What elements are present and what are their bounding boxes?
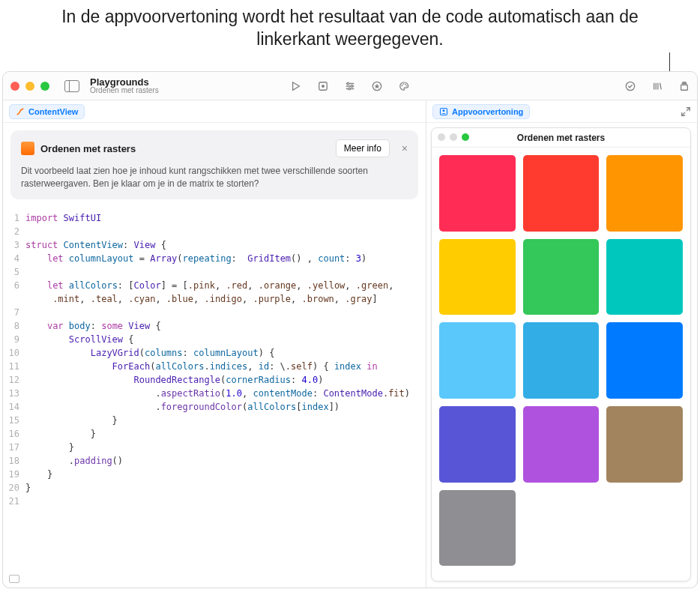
zoom-icon[interactable] — [40, 82, 49, 91]
svg-point-14 — [406, 85, 408, 86]
color-tile[interactable] — [439, 406, 516, 483]
color-tile[interactable] — [606, 406, 683, 483]
color-tile[interactable] — [606, 322, 683, 399]
palette-icon[interactable] — [399, 81, 409, 91]
svg-marker-10 — [375, 83, 380, 88]
minimize-icon[interactable] — [450, 133, 457, 141]
play-icon[interactable] — [291, 81, 301, 91]
title-stack: Playgrounds Ordenen met rasters — [90, 77, 159, 94]
sliders-icon[interactable] — [345, 81, 355, 91]
preview-titlebar: Ordenen met rasters — [432, 128, 690, 148]
preview-window-controls — [438, 133, 469, 141]
editor-tab-row: ContentView — [3, 100, 426, 123]
color-tile[interactable] — [523, 322, 600, 399]
tab-label: Appvoorvertoning — [452, 107, 523, 116]
window-subtitle: Ordenen met rasters — [90, 87, 159, 94]
library-icon[interactable] — [652, 81, 663, 91]
svg-marker-0 — [293, 82, 300, 90]
color-grid[interactable] — [439, 155, 683, 566]
tab-label: ContentView — [28, 107, 78, 116]
line-gutter: 1 2 3 4 5 6 7 8 9 10 11 12 13 14 15 16 1… — [3, 211, 25, 588]
color-tile[interactable] — [439, 155, 516, 232]
close-icon[interactable] — [10, 82, 19, 91]
code-content[interactable]: import SwiftUI struct ContentView: View … — [25, 211, 426, 588]
minimize-icon[interactable] — [25, 82, 34, 91]
star-circle-icon[interactable] — [372, 81, 382, 91]
color-tile[interactable] — [523, 406, 600, 483]
svg-point-7 — [351, 85, 353, 87]
more-info-button[interactable]: Meer info — [336, 139, 390, 157]
titlebar: Playgrounds Ordenen met rasters — [3, 72, 697, 100]
editor-pane: ContentView Ordenen met rasters Meer inf… — [3, 100, 426, 588]
toolbar-center — [291, 81, 409, 91]
banner-title: Ordenen met rasters — [40, 143, 136, 154]
stack-icon[interactable] — [679, 81, 690, 91]
color-tile[interactable] — [523, 155, 600, 232]
code-editor[interactable]: 1 2 3 4 5 6 7 8 9 10 11 12 13 14 15 16 1… — [3, 207, 426, 588]
check-circle-icon[interactable] — [625, 81, 636, 91]
close-icon[interactable]: × — [402, 142, 408, 154]
expand-icon[interactable] — [681, 106, 691, 117]
banner-description: Dit voorbeeld laat zien hoe je inhoud ku… — [21, 165, 408, 190]
window-controls — [10, 82, 49, 91]
color-tile[interactable] — [439, 239, 516, 315]
svg-point-11 — [402, 85, 403, 86]
toolbar-right — [625, 81, 690, 91]
color-tile[interactable] — [439, 490, 516, 567]
svg-point-13 — [405, 83, 406, 85]
preview-title: Ordenen met rasters — [517, 133, 605, 143]
svg-point-6 — [347, 82, 349, 85]
svg-point-2 — [322, 85, 325, 88]
color-tile[interactable] — [439, 322, 516, 399]
sidebar-toggle-icon[interactable] — [64, 80, 79, 92]
status-icon — [9, 575, 19, 583]
preview-tab-row: Appvoorvertoning — [426, 100, 697, 123]
tab-contentview[interactable]: ContentView — [9, 104, 85, 119]
preview-window: Ordenen met rasters — [431, 127, 691, 582]
preview-pane: Appvoorvertoning Ordenen met rasters — [426, 100, 697, 588]
svg-point-12 — [402, 83, 404, 85]
intro-banner: Ordenen met rasters Meer info × Dit voor… — [10, 130, 418, 199]
close-icon[interactable] — [438, 133, 445, 141]
svg-line-19 — [660, 82, 662, 89]
svg-rect-20 — [681, 85, 688, 90]
record-icon[interactable] — [318, 81, 328, 91]
color-tile[interactable] — [606, 239, 683, 315]
color-tile[interactable] — [606, 155, 683, 232]
tab-app-preview[interactable]: Appvoorvertoning — [432, 104, 530, 119]
svg-point-22 — [443, 109, 445, 112]
banner-app-icon — [21, 142, 34, 155]
zoom-icon[interactable] — [462, 133, 469, 141]
help-caption: In de appvoorvertoning wordt het resulta… — [0, 0, 700, 57]
svg-point-8 — [349, 88, 351, 90]
app-window: Playgrounds Ordenen met rasters — [2, 71, 698, 588]
color-tile[interactable] — [523, 239, 600, 315]
